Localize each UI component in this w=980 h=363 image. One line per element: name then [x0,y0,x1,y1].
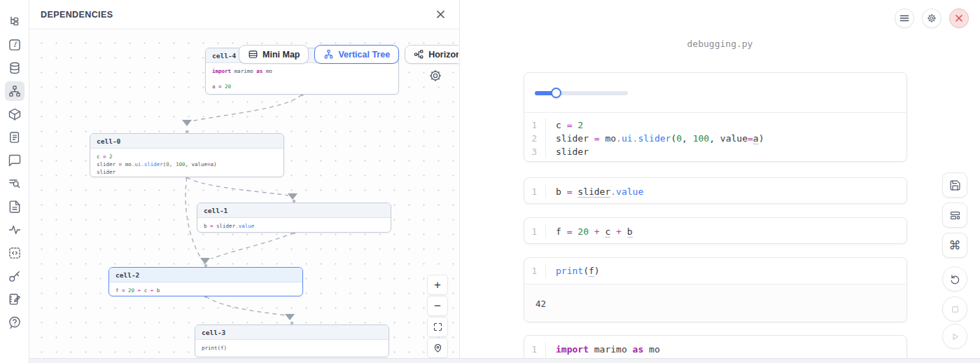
cell-slider: 1c = 22slider = mo.ui.slider(0, 100, val… [524,72,907,162]
file-tree-icon[interactable] [5,12,24,32]
slider-widget[interactable] [535,88,628,98]
logs-icon[interactable] [5,128,24,147]
notebook-top-controls [895,8,969,28]
find-replace-icon[interactable] [5,174,24,193]
notebook-settings-button[interactable] [922,8,941,28]
snippets-icon[interactable] [5,243,24,263]
save-button[interactable] [942,172,967,198]
cell-output-text: 42 [524,284,906,322]
graph-zoom-controls: + − [427,275,448,358]
graph-node-cell-3[interactable]: cell-3 print(f) [195,324,389,357]
close-icon [435,9,446,20]
cell-print: 1print(f) 42 [524,257,907,322]
node-title: cell-0 [90,134,284,149]
node-title: cell-2 [109,268,302,282]
notebook-menu-button[interactable] [895,8,914,28]
vertical-tree-icon [323,49,334,60]
keyboard-shortcuts-button[interactable]: ⌘ [942,233,967,258]
layout-button[interactable] [942,203,967,228]
functions-icon[interactable]: f [5,35,24,55]
shutdown-button[interactable] [949,8,969,28]
play-icon [949,331,961,343]
fit-view-button[interactable] [427,317,448,337]
notebook-filename: debugging.py [460,39,980,49]
center-selection-button[interactable] [427,338,448,358]
cell-output-slider [524,73,906,113]
layout-icon [949,210,961,221]
helper-panel-rail: f [0,0,29,363]
minimap-icon [248,49,258,60]
horizontal-tree-view-button[interactable]: Horizontal Tree [405,45,458,64]
close-icon [954,13,964,23]
panel-title: DEPENDENCIES [41,10,113,20]
ai-chat-icon[interactable] [5,151,24,170]
fit-view-icon [433,322,443,332]
command-icon: ⌘ [949,240,961,252]
svg-text:f: f [13,41,18,48]
graph-node-cell-0[interactable]: cell-0 c = 2slider = mo.ui.slider(0, 100… [90,133,284,177]
cell-b: 1b = slider.value [524,177,907,204]
dependencies-panel-header: DEPENDENCIES [29,0,459,29]
node-code: f = 20 + c + b [109,282,302,296]
packages-icon[interactable] [5,104,24,124]
documentation-icon[interactable] [5,197,24,217]
horizontal-scrollbar[interactable] [29,358,980,363]
zoom-in-button[interactable]: + [427,275,448,295]
vertical-tree-view-button[interactable]: Vertical Tree [314,45,399,64]
code-editor[interactable]: 1c = 22slider = mo.ui.slider(0, 100, val… [524,113,906,162]
node-title: cell-3 [195,325,388,340]
hamburger-menu-icon [899,13,909,23]
node-code: print(f) [195,340,388,356]
undo-icon [949,273,961,285]
undo-button[interactable] [942,266,967,292]
dependencies-panel: DEPENDENCIES [29,0,460,359]
graph-view-toolbar: Mini Map Vertical Tree Horizontal Tree [239,45,458,64]
horizontal-tree-icon [414,49,424,60]
gear-icon [428,69,442,83]
graph-node-cell-2-selected[interactable]: cell-2 f = 20 + c + b [108,267,303,296]
horizontal-tree-label: Horizontal Tree [428,50,458,60]
node-code: c = 2slider = mo.ui.slider(0, 100, value… [90,149,284,177]
scratchpad-icon[interactable] [5,289,24,309]
code-editor[interactable]: 1f = 20 + c + b [524,218,906,244]
notebook-area: debugging.py 1c = 22slider = mo.ui.slide… [460,0,980,363]
tracebacks-icon[interactable] [5,220,24,240]
help-icon[interactable] [5,313,24,332]
save-icon [949,179,961,191]
stop-button[interactable] [942,296,967,322]
stop-icon [949,303,961,315]
close-panel-button[interactable] [433,7,448,22]
gear-icon [927,13,937,23]
minimap-label: Mini Map [262,50,300,60]
datasources-icon[interactable] [5,58,24,78]
dependency-graph-icon[interactable] [5,81,24,101]
graph-node-cell-1[interactable]: cell-1 b = slider.value [197,203,391,233]
graph-settings-button[interactable] [428,69,444,84]
code-editor[interactable]: 1b = slider.value [524,178,906,204]
node-title: cell-1 [197,203,391,218]
run-button[interactable] [942,324,967,349]
code-editor[interactable]: 1print(f) [524,258,906,284]
location-pin-icon [433,343,443,353]
vertical-tree-label: Vertical Tree [338,50,390,60]
slider-thumb[interactable] [551,88,561,98]
dependency-graph-canvas[interactable]: cell-4 import marimo as mo a = 20 cell-0… [29,29,458,358]
node-code: b = slider.value [197,218,391,233]
cell-f: 1f = 20 + c + b [524,217,907,244]
zoom-out-button[interactable]: − [427,296,448,316]
node-code: import marimo as mo a = 20 [206,63,398,95]
secrets-icon[interactable] [5,266,24,286]
minimap-view-button[interactable]: Mini Map [239,45,309,64]
